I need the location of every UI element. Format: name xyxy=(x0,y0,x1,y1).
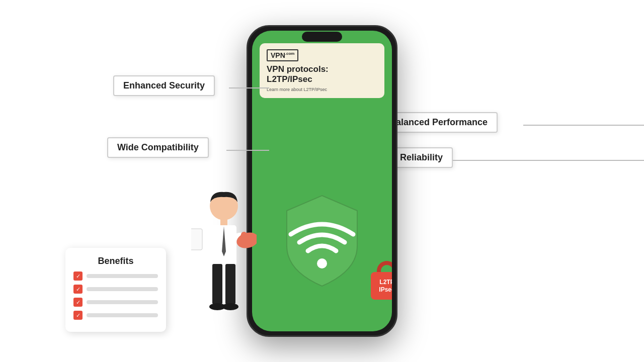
wide-compatibility-label: Wide Compatibility xyxy=(107,137,209,158)
vpn-card: VPN.com VPN protocols:L2TP/IPsec Learn m… xyxy=(260,43,384,98)
benefit-line-1 xyxy=(87,274,158,278)
lock-label-line2: IPsec xyxy=(379,286,392,293)
benefit-row-2: ✓ xyxy=(73,285,158,294)
benefit-row-3: ✓ xyxy=(73,298,158,307)
lock-badge: L2TP IPsec xyxy=(367,261,392,306)
check-icon-2: ✓ xyxy=(73,285,83,294)
lock-label-line1: L2TP xyxy=(379,279,392,286)
line-left-security xyxy=(229,87,269,88)
benefit-line-2 xyxy=(87,287,158,291)
person-illustration xyxy=(191,186,257,347)
svg-point-0 xyxy=(317,258,327,268)
check-icon-4: ✓ xyxy=(73,311,83,320)
person-svg xyxy=(191,186,257,347)
reliability-label: Reliability xyxy=(390,147,453,168)
shield-icon xyxy=(272,191,372,291)
enhanced-security-label: Enhanced Security xyxy=(113,75,215,96)
line-right-top xyxy=(523,125,644,126)
vpn-card-subtitle: Learn more about L2TP/IPsec xyxy=(267,87,377,92)
benefit-row-4: ✓ xyxy=(73,311,158,320)
shield-container xyxy=(272,191,372,291)
svg-rect-5 xyxy=(212,264,222,304)
vpn-logo: VPN.com xyxy=(267,49,298,61)
svg-rect-6 xyxy=(225,264,235,304)
vpn-card-title: VPN protocols:L2TP/IPsec xyxy=(267,64,377,85)
vpn-logo-suffix: .com xyxy=(285,51,295,56)
benefits-title: Benefits xyxy=(73,256,158,266)
benefit-line-4 xyxy=(87,313,158,317)
lock-body: L2TP IPsec xyxy=(371,272,392,300)
phone-notch xyxy=(302,32,342,42)
svg-point-13 xyxy=(222,303,238,310)
phone-screen: VPN.com VPN protocols:L2TP/IPsec Learn m… xyxy=(252,31,392,331)
lock-shackle xyxy=(377,261,392,272)
check-icon-3: ✓ xyxy=(73,298,83,307)
benefit-row-1: ✓ xyxy=(73,272,158,281)
benefit-line-3 xyxy=(87,300,158,304)
line-right-bottom xyxy=(453,160,644,161)
svg-rect-8 xyxy=(191,229,202,250)
phone: VPN.com VPN protocols:L2TP/IPsec Learn m… xyxy=(247,25,397,337)
svg-rect-2 xyxy=(220,219,227,226)
benefits-card: Benefits ✓ ✓ ✓ ✓ xyxy=(65,248,166,332)
line-left-compat xyxy=(226,150,269,151)
check-icon-1: ✓ xyxy=(73,272,83,281)
phone-container: VPN.com VPN protocols:L2TP/IPsec Learn m… xyxy=(247,25,397,337)
